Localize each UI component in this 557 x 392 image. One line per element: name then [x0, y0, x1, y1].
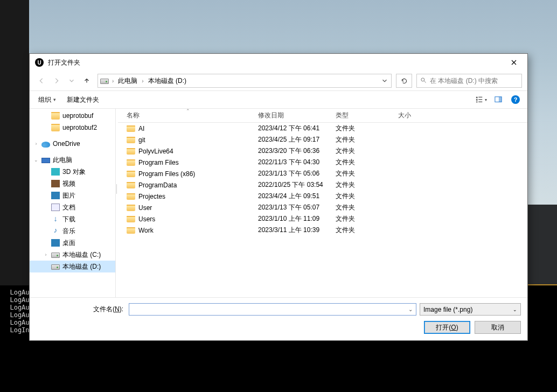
onedrive-icon: [41, 142, 50, 148]
list-view-icon: [475, 96, 484, 103]
folder-icon: [127, 148, 135, 155]
address-bar[interactable]: › 此电脑 › 本地磁盘 (D:): [98, 74, 392, 88]
tree-this-pc[interactable]: ⌄此电脑: [30, 154, 115, 166]
refresh-button[interactable]: [396, 74, 412, 88]
folder-icon: [127, 159, 135, 166]
chevron-down-icon: ▾: [53, 97, 56, 102]
file-date: 2023/1/10 上午 11:09: [258, 214, 336, 223]
file-date: 2023/4/25 上午 09:17: [258, 135, 336, 144]
folder-icon: [127, 182, 135, 188]
folder-icon: [127, 205, 135, 211]
vid-icon: [51, 180, 60, 187]
file-list-body[interactable]: AI2023/4/12 下午 06:41文件夹git2023/4/25 上午 0…: [118, 123, 527, 297]
file-type: 文件夹: [336, 203, 398, 212]
view-options-button[interactable]: ▾: [474, 93, 489, 106]
close-button[interactable]: [502, 54, 526, 71]
tree-pc-child[interactable]: 视频: [30, 178, 115, 190]
tree-pc-child[interactable]: 图片: [30, 190, 115, 201]
search-icon: [420, 77, 427, 85]
drive-icon: [51, 253, 60, 258]
3d-icon: [51, 168, 60, 176]
tree-item-label: 视频: [62, 179, 75, 188]
pc-icon: [41, 158, 50, 163]
tree-item-label: 本地磁盘 (D:): [62, 262, 101, 271]
app-icon: U: [35, 58, 44, 67]
search-placeholder: 在 本地磁盘 (D:) 中搜索: [430, 76, 498, 86]
tree-pc-child[interactable]: ↓下载: [30, 213, 115, 225]
sort-ascending-icon: ⌃: [186, 108, 190, 114]
search-input[interactable]: 在 本地磁盘 (D:) 中搜索: [416, 74, 522, 88]
tree-pc-child[interactable]: ›本地磁盘 (C:): [30, 249, 115, 261]
tree-quick-item[interactable]: ueprotobuf: [30, 110, 115, 122]
new-folder-button[interactable]: 新建文件夹: [62, 93, 103, 107]
file-row[interactable]: Projectes2023/4/24 上午 09:51文件夹: [118, 191, 527, 202]
open-button[interactable]: 打开(O): [424, 321, 470, 334]
address-dropdown[interactable]: [378, 77, 391, 85]
dialog-title: 打开文件夹: [48, 58, 502, 67]
file-name: Projectes: [138, 193, 165, 200]
folder-icon: [127, 216, 135, 222]
breadcrumb-current[interactable]: 本地磁盘 (D:): [145, 74, 190, 87]
file-type: 文件夹: [336, 214, 398, 223]
tree-pc-child[interactable]: ♪音乐: [30, 225, 115, 237]
filename-input[interactable]: [129, 303, 416, 316]
file-date: 2023/1/13 下午 05:06: [258, 169, 336, 178]
file-type: 文件夹: [336, 180, 398, 190]
nav-tree[interactable]: ueprotobufueprotobuf2›OneDrive⌄此电脑3D 对象视…: [30, 109, 116, 297]
col-header-size[interactable]: 大小: [398, 111, 441, 120]
chevron-right-icon: ›: [111, 78, 115, 84]
file-date: 2023/3/20 下午 06:36: [258, 146, 336, 156]
file-type: 文件夹: [336, 226, 398, 235]
file-type-filter[interactable]: Image file (*.png) ⌄: [420, 303, 521, 316]
organize-button[interactable]: 组织▾: [34, 93, 60, 107]
file-row[interactable]: Users2023/1/10 上午 11:09文件夹: [118, 213, 527, 225]
drive-icon: [98, 78, 111, 84]
tree-pc-child[interactable]: 3D 对象: [30, 166, 115, 178]
col-header-modified[interactable]: 修改日期: [258, 111, 336, 120]
filename-label: 文件名(N):: [36, 305, 126, 314]
doc-icon: [51, 204, 60, 211]
expand-icon[interactable]: ⌄: [33, 157, 39, 163]
preview-pane-icon: [494, 96, 503, 103]
file-row[interactable]: PolyvLive642023/3/20 下午 06:36文件夹: [118, 145, 527, 157]
file-date: 2022/10/25 下午 03:54: [258, 180, 336, 190]
file-row[interactable]: Program Files2022/11/3 下午 04:30文件夹: [118, 157, 527, 168]
col-header-name[interactable]: 名称 ⌃: [118, 111, 258, 120]
tree-item-label: 桌面: [62, 239, 75, 248]
expand-icon[interactable]: ›: [33, 141, 39, 146]
file-row[interactable]: User2023/1/13 下午 05:07文件夹: [118, 202, 527, 213]
dialog-body: ueprotobufueprotobuf2›OneDrive⌄此电脑3D 对象视…: [30, 109, 527, 297]
folder-icon: [51, 112, 60, 120]
breadcrumb-this-pc[interactable]: 此电脑: [115, 74, 141, 87]
svg-point-0: [421, 78, 424, 81]
cancel-button[interactable]: 取消: [475, 321, 521, 334]
file-row[interactable]: Program Files (x86)2023/1/13 下午 05:06文件夹: [118, 168, 527, 179]
preview-pane-button[interactable]: [491, 93, 506, 106]
up-button[interactable]: [80, 74, 93, 87]
file-type: 文件夹: [336, 192, 398, 201]
recent-locations-button[interactable]: [65, 74, 78, 87]
svg-rect-5: [478, 99, 482, 100]
tree-pc-child[interactable]: 本地磁盘 (D:): [30, 261, 115, 272]
file-name: Program Files: [138, 159, 179, 166]
forward-button[interactable]: [50, 74, 63, 87]
file-row[interactable]: ProgramData2022/10/25 下午 03:54文件夹: [118, 179, 527, 191]
file-row[interactable]: Work2023/3/11 上午 10:39文件夹: [118, 225, 527, 236]
file-open-dialog: U 打开文件夹 › 此电脑 › 本地磁盘 (D:): [29, 53, 528, 341]
close-icon: [511, 60, 517, 65]
file-name: User: [138, 204, 152, 212]
chevron-right-icon: ›: [141, 78, 144, 84]
file-row[interactable]: AI2023/4/12 下午 06:41文件夹: [118, 123, 527, 134]
tree-pc-child[interactable]: 桌面: [30, 237, 115, 249]
tree-onedrive[interactable]: ›OneDrive: [30, 138, 115, 150]
nav-bar: › 此电脑 › 本地磁盘 (D:) 在 本地磁盘 (D:) 中搜索: [30, 71, 527, 90]
tree-item-label: ueprotobuf: [62, 112, 93, 120]
tree-quick-item[interactable]: ueprotobuf2: [30, 122, 115, 134]
help-button[interactable]: ?: [511, 95, 520, 104]
back-button[interactable]: [35, 74, 48, 87]
col-header-type[interactable]: 类型: [336, 111, 398, 120]
file-row[interactable]: git2023/4/25 上午 09:17文件夹: [118, 134, 527, 145]
expand-icon[interactable]: ›: [43, 252, 49, 257]
tree-pc-child[interactable]: 文档: [30, 201, 115, 213]
filename-history-dropdown[interactable]: ⌄: [405, 304, 416, 315]
